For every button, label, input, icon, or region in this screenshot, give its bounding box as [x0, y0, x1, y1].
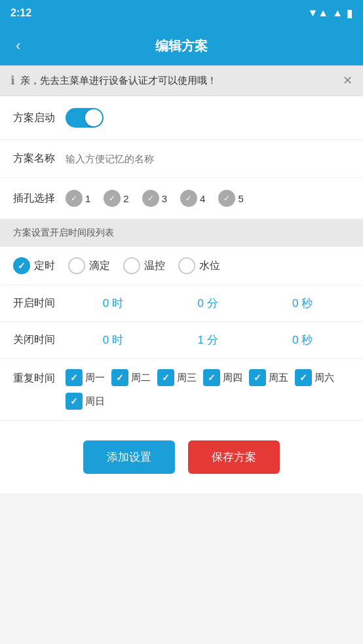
notice-bar: ℹ 亲，先去主菜单进行设备认证才可以使用哦！ ✕: [0, 65, 363, 96]
open-minute[interactable]: 0 分: [197, 296, 218, 311]
name-label: 方案名称: [13, 152, 66, 166]
open-second[interactable]: 0 秒: [292, 296, 313, 311]
close-time-row: 关闭时间 0 时 1 分 0 秒: [0, 322, 363, 359]
mode-water[interactable]: 水位: [178, 257, 220, 274]
weekday-thu[interactable]: ✓ 周四: [203, 369, 242, 386]
weekday-sun-label: 周日: [85, 395, 105, 408]
close-hour[interactable]: 0 时: [103, 332, 123, 348]
plug-item-1[interactable]: ✓ 1: [66, 190, 90, 207]
weekday-mon-check: ✓: [66, 369, 83, 386]
signal-icon: ▲: [332, 7, 343, 19]
weekday-mon[interactable]: ✓ 周一: [66, 369, 105, 386]
radio-temp-circle: [123, 257, 140, 274]
plug-circle-1: ✓: [66, 190, 83, 207]
notice-text: 亲，先去主菜单进行设备认证才可以使用哦！: [20, 75, 217, 87]
open-time-label: 开启时间: [13, 296, 66, 310]
radio-water-circle: [178, 257, 195, 274]
close-second[interactable]: 0 秒: [292, 332, 313, 348]
radio-temp-label: 温控: [144, 259, 165, 273]
status-bar: 2:12 ▼▲ ▲ ▮: [0, 0, 363, 26]
section-header: 方案设置开启时间段列表: [0, 219, 363, 247]
time-display: 2:12: [10, 7, 31, 19]
weekday-tue[interactable]: ✓ 周二: [111, 369, 151, 386]
open-hour[interactable]: 0 时: [103, 296, 123, 311]
mode-drip[interactable]: 滴定: [68, 257, 110, 274]
notice-content: ℹ 亲，先去主菜单进行设备认证才可以使用哦！: [10, 73, 217, 88]
plug-label-1: 1: [85, 193, 90, 204]
plug-circle-2: ✓: [104, 190, 121, 207]
weekday-wed-check: ✓: [157, 369, 174, 386]
weekday-fri[interactable]: ✓ 周五: [249, 369, 288, 386]
weekday-tue-check: ✓: [111, 369, 128, 386]
info-icon: ℹ: [10, 73, 15, 88]
section-header-text: 方案设置开启时间段列表: [13, 227, 114, 238]
weekday-sun-check: ✓: [66, 393, 83, 410]
weekday-fri-check: ✓: [249, 369, 266, 386]
wifi-icon: ▼▲: [307, 7, 328, 19]
app-header: ‹ 编辑方案: [0, 26, 363, 65]
radio-timer-label: 定时: [34, 259, 55, 273]
plug-item-4[interactable]: ✓ 4: [180, 190, 205, 207]
plug-item-2[interactable]: ✓ 2: [104, 190, 128, 207]
plug-circle-3: ✓: [142, 190, 159, 207]
battery-icon: ▮: [347, 7, 353, 20]
button-row: 添加设置 保存方案: [0, 421, 363, 493]
name-content: [66, 153, 350, 164]
radio-drip-circle: [68, 257, 85, 274]
weekday-wed-label: 周三: [177, 372, 197, 384]
main-content: 方案启动 方案名称 插孔选择 ✓ 1 ✓ 2 ✓ 3: [0, 96, 363, 421]
open-time-values: 0 时 0 分 0 秒: [66, 296, 350, 311]
name-input[interactable]: [66, 153, 350, 164]
plug-circle-4: ✓: [180, 190, 197, 207]
plug-label-3: 3: [162, 193, 167, 204]
plug-row: 插孔选择 ✓ 1 ✓ 2 ✓ 3 ✓ 4 ✓ 5: [0, 178, 363, 219]
notice-close-button[interactable]: ✕: [343, 73, 353, 88]
plug-item-5[interactable]: ✓ 5: [218, 190, 243, 207]
save-button[interactable]: 保存方案: [188, 440, 280, 474]
weekday-tue-label: 周二: [131, 372, 151, 384]
weekday-sun[interactable]: ✓ 周日: [66, 393, 105, 410]
back-button[interactable]: ‹: [10, 35, 26, 57]
page-title: 编辑方案: [155, 37, 208, 55]
enable-content: [66, 108, 350, 128]
plug-label: 插孔选择: [13, 192, 66, 206]
weekday-row: 重复时间 ✓ 周一 ✓ 周二 ✓ 周三 ✓ 周四 ✓ 周五: [0, 359, 363, 421]
name-row: 方案名称: [0, 140, 363, 178]
mode-group: 定时 滴定 温控 水位: [0, 247, 363, 285]
weekday-sat-check: ✓: [295, 369, 312, 386]
radio-water-label: 水位: [199, 259, 220, 273]
plug-label-4: 4: [200, 193, 205, 204]
plug-label-5: 5: [238, 193, 243, 204]
repeat-label: 重复时间: [13, 369, 66, 385]
enable-row: 方案启动: [0, 96, 363, 140]
mode-timer[interactable]: 定时: [13, 257, 55, 274]
enable-toggle[interactable]: [66, 108, 104, 128]
weekday-thu-label: 周四: [223, 372, 242, 384]
status-icons: ▼▲ ▲ ▮: [307, 7, 353, 20]
enable-label: 方案启动: [13, 111, 66, 125]
toggle-knob: [85, 109, 102, 126]
plug-content: ✓ 1 ✓ 2 ✓ 3 ✓ 4 ✓ 5: [66, 190, 350, 207]
radio-timer-circle: [13, 257, 30, 274]
weekday-sat-label: 周六: [315, 372, 334, 384]
close-time-values: 0 时 1 分 0 秒: [66, 332, 350, 348]
radio-drip-label: 滴定: [89, 259, 110, 273]
mode-temp[interactable]: 温控: [123, 257, 165, 274]
close-minute[interactable]: 1 分: [197, 332, 218, 348]
weekday-mon-label: 周一: [85, 372, 105, 384]
weekday-fri-label: 周五: [269, 372, 288, 384]
weekday-wed[interactable]: ✓ 周三: [157, 369, 197, 386]
weekday-thu-check: ✓: [203, 369, 220, 386]
open-time-row: 开启时间 0 时 0 分 0 秒: [0, 285, 363, 322]
plug-circle-5: ✓: [218, 190, 235, 207]
weekday-sat[interactable]: ✓ 周六: [295, 369, 334, 386]
close-time-label: 关闭时间: [13, 333, 66, 347]
weekday-grid: ✓ 周一 ✓ 周二 ✓ 周三 ✓ 周四 ✓ 周五 ✓ 周六: [66, 369, 350, 410]
plug-label-2: 2: [123, 193, 128, 204]
add-button[interactable]: 添加设置: [83, 440, 175, 474]
plug-item-3[interactable]: ✓ 3: [142, 190, 167, 207]
